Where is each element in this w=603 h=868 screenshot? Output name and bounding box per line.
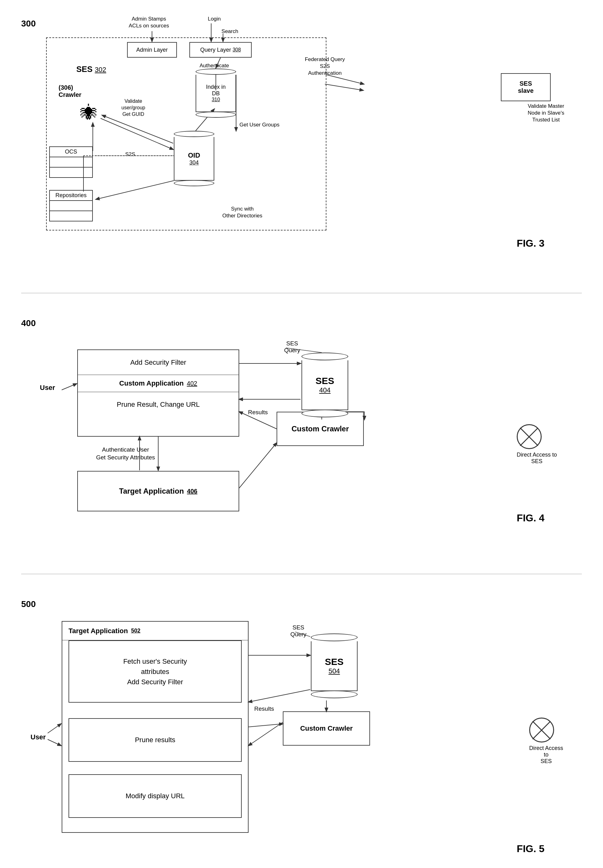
page: 300 SES 302 Admin Layer Query Layer 308 … [0,0,603,868]
fig4-custom-app-box: Add Security Filter Custom Application 4… [77,349,239,437]
fig3-validate-annotation: Validate user/group Get GUID [105,98,161,117]
svg-line-33 [249,724,283,727]
fig5-fetch-security-box: Fetch user's Security attributes Add Sec… [68,640,242,703]
fig5-user-label: User [31,733,46,741]
fig4-custom-app-label: Custom Application 402 [78,375,238,392]
spider-icon: 🕷 [80,103,97,123]
fig4-user-label: User [40,384,55,392]
fig3-search-ann: Search [217,28,242,35]
fig5-custom-crawler-box: Custom Crawler [283,711,370,746]
fig3-get-user-groups-ann: Get User Groups [233,122,286,128]
fig4-direct-access: Direct Access to SES [517,424,557,465]
svg-line-30 [249,690,310,702]
fig3-ses-label: SES 302 [76,65,106,74]
fig5-ses-cylinder: SES 504 [311,633,357,699]
fig5-target-app-header: Target Application 502 [62,622,248,640]
fig3-divider [21,293,582,293]
svg-line-32 [249,722,283,746]
fig5-direct-access: Direct Access to SES [529,718,563,765]
fig3-validate-master-ann: Validate Master Node in Slave's Trusted … [513,103,579,124]
fig3-sync-ann: Sync with Other Directories [214,205,271,219]
svg-line-25 [239,443,277,488]
fig4-no-access-icon [517,424,542,449]
fig4-results-label: Results [246,409,271,416]
fig3-login-ann: Login [202,15,227,22]
fig5-results-label: Results [252,705,277,713]
fig4-add-security-filter: Add Security Filter [78,350,238,375]
fig5-target-app-outer: Target Application 502 Fetch user's Secu… [62,621,249,833]
fig4-authenticate-ann: Authenticate User Get Security Attribute… [90,446,161,461]
fig4-fig-label: FIG. 4 [517,512,544,524]
fig3-ses-slave: SES slave [501,73,551,101]
fig3-fig-label: FIG. 3 [517,238,544,249]
fig4-target-app-box: Target Application 406 [77,471,239,511]
fig3-query-layer: Query Layer 308 [189,42,252,58]
fig5-no-access-icon [529,718,554,743]
fig3-admin-layer: Admin Layer [127,42,177,58]
fig3-diagram: 300 SES 302 Admin Layer Query Layer 308 … [21,12,582,268]
fig4-label: 400 [21,318,36,328]
fig3-ocs-stack: OCS [49,147,93,177]
fig3-label: 300 [21,19,36,29]
fig5-label: 500 [21,599,36,609]
svg-line-14 [325,84,363,90]
fig4-diagram: 400 User Add Security Filter Custom Appl… [21,312,582,549]
fig4-prune-result: Prune Result, Change URL [78,392,238,417]
fig5-modify-url-box: Modify display URL [68,774,242,818]
fig4-ses-cylinder: SES 404 [302,352,348,418]
fig5-diagram: 500 User Target Application 502 Fetch us… [21,593,582,868]
svg-line-28 [48,739,61,746]
svg-line-16 [62,384,77,390]
fig5-fig-label: FIG. 5 [517,843,544,855]
fig3-oid-cylinder: OID 304 [174,131,214,187]
fig3-repo-stack: Repositories [49,190,93,221]
fig3-federated-ann: Federated Query S2S Authentication [295,56,354,77]
fig3-crawler-label: (306) Crawler [59,84,81,99]
fig4-divider [21,574,582,574]
fig5-ses-query-label: SES Query [283,624,314,638]
fig3-s2s-ann: S2S [121,151,139,158]
fig5-prune-box: Prune results [68,718,242,762]
fig3-admin-stamps-ann: Admin Stamps ACLs on sources [118,15,180,29]
fig4-ses-query-label: SES Query [277,340,308,354]
svg-line-27 [48,724,61,733]
